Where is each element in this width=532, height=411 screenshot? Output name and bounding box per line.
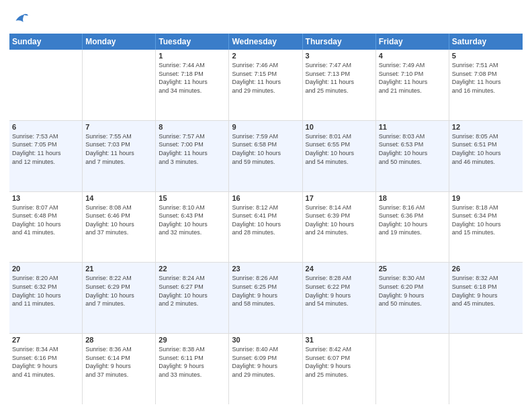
day-info-line-4: and 41 minutes. (12, 371, 79, 379)
day-info-line-3: Daylight: 9 hours (306, 291, 373, 300)
day-info-line-4: and 3 minutes. (159, 158, 226, 167)
calendar-day-15: 15Sunrise: 8:10 AMSunset: 6:43 PMDayligh… (156, 192, 229, 263)
calendar-day-5: 5Sunrise: 7:51 AMSunset: 7:08 PMDaylight… (449, 50, 523, 120)
day-info-line-4: and 41 minutes. (12, 228, 79, 237)
header-day-monday: Monday (83, 34, 156, 50)
day-number: 2 (232, 52, 299, 60)
calendar-container: SundayMondayTuesdayWednesdayThursdayFrid… (0, 0, 532, 411)
day-info-line-3: Daylight: 10 hours (159, 220, 226, 229)
day-info-line-3: Daylight: 10 hours (306, 149, 373, 158)
day-info-line-4: and 37 minutes. (85, 228, 152, 237)
calendar-day-16: 16Sunrise: 8:12 AMSunset: 6:41 PMDayligh… (229, 192, 302, 263)
day-number: 24 (306, 265, 373, 273)
calendar-day-31: 31Sunrise: 8:42 AMSunset: 6:07 PMDayligh… (303, 334, 376, 404)
day-info-line-1: Sunrise: 8:18 AM (452, 203, 520, 212)
day-info-line-2: Sunset: 6:29 PM (85, 283, 152, 291)
day-number: 26 (452, 265, 520, 273)
calendar-day-7: 7Sunrise: 7:55 AMSunset: 7:03 PMDaylight… (83, 121, 156, 191)
logo-bird-icon (11, 9, 30, 28)
calendar-day-19: 19Sunrise: 8:18 AMSunset: 6:34 PMDayligh… (449, 192, 523, 263)
day-number: 15 (159, 194, 226, 202)
day-info-line-1: Sunrise: 8:05 AM (452, 132, 520, 141)
day-info-line-4: and 25 minutes. (306, 371, 373, 379)
day-info-line-3: Daylight: 9 hours (85, 362, 152, 371)
day-info-line-2: Sunset: 6:27 PM (159, 283, 226, 291)
day-info-line-4: and 54 minutes. (306, 300, 373, 308)
header-day-friday: Friday (376, 34, 449, 50)
day-number: 7 (85, 123, 152, 131)
day-number: 11 (379, 123, 446, 131)
day-info-line-3: Daylight: 9 hours (232, 362, 299, 371)
calendar-week-3: 13Sunrise: 8:07 AMSunset: 6:48 PMDayligh… (9, 192, 523, 263)
day-info-line-1: Sunrise: 8:01 AM (306, 132, 373, 141)
day-info-line-3: Daylight: 11 hours (12, 149, 79, 158)
day-info-line-4: and 58 minutes. (232, 300, 299, 308)
day-info-line-3: Daylight: 9 hours (159, 362, 226, 371)
day-info-line-2: Sunset: 6:11 PM (159, 354, 226, 363)
day-info-line-1: Sunrise: 8:24 AM (159, 274, 226, 283)
day-info-line-1: Sunrise: 8:12 AM (232, 203, 299, 212)
calendar-day-13: 13Sunrise: 8:07 AMSunset: 6:48 PMDayligh… (9, 192, 83, 263)
day-info-line-1: Sunrise: 8:36 AM (85, 345, 152, 354)
day-info-line-4: and 25 minutes. (306, 87, 373, 95)
header-day-tuesday: Tuesday (156, 34, 229, 50)
day-info-line-3: Daylight: 10 hours (85, 220, 152, 229)
day-number: 25 (379, 265, 446, 273)
day-info-line-3: Daylight: 11 hours (379, 78, 446, 87)
day-info-line-2: Sunset: 7:10 PM (379, 70, 446, 79)
day-info-line-2: Sunset: 6:46 PM (85, 212, 152, 220)
day-info-line-2: Sunset: 6:43 PM (159, 212, 226, 220)
day-info-line-2: Sunset: 7:03 PM (85, 140, 152, 149)
header-day-saturday: Saturday (449, 34, 523, 50)
day-number: 3 (306, 52, 373, 60)
calendar: SundayMondayTuesdayWednesdayThursdayFrid… (9, 34, 523, 404)
day-number: 13 (12, 194, 79, 202)
day-info-line-2: Sunset: 6:14 PM (85, 354, 152, 363)
day-info-line-4: and 21 minutes. (379, 87, 446, 95)
day-info-line-2: Sunset: 7:18 PM (159, 70, 226, 79)
calendar-day-29: 29Sunrise: 8:38 AMSunset: 6:11 PMDayligh… (156, 334, 229, 404)
day-info-line-1: Sunrise: 7:59 AM (232, 132, 299, 141)
day-info-line-4: and 59 minutes. (232, 158, 299, 167)
day-info-line-2: Sunset: 6:22 PM (306, 283, 373, 291)
calendar-day-8: 8Sunrise: 7:57 AMSunset: 7:00 PMDaylight… (156, 121, 229, 191)
day-info-line-3: Daylight: 10 hours (12, 291, 79, 300)
day-info-line-4: and 32 minutes. (159, 228, 226, 237)
day-info-line-4: and 7 minutes. (85, 300, 152, 308)
calendar-empty-cell (83, 50, 156, 120)
calendar-empty-cell (376, 334, 449, 404)
calendar-week-4: 20Sunrise: 8:20 AMSunset: 6:32 PMDayligh… (9, 263, 523, 334)
day-number: 12 (452, 123, 520, 131)
day-number: 21 (85, 265, 152, 273)
day-number: 22 (159, 265, 226, 273)
calendar-day-25: 25Sunrise: 8:30 AMSunset: 6:20 PMDayligh… (376, 263, 449, 333)
calendar-header: SundayMondayTuesdayWednesdayThursdayFrid… (9, 34, 523, 50)
day-info-line-3: Daylight: 10 hours (379, 220, 446, 229)
calendar-day-2: 2Sunrise: 7:46 AMSunset: 7:15 PMDaylight… (229, 50, 302, 120)
day-info-line-4: and 11 minutes. (12, 300, 79, 308)
day-number: 8 (159, 123, 226, 131)
calendar-week-1: 1Sunrise: 7:44 AMSunset: 7:18 PMDaylight… (9, 50, 523, 121)
day-info-line-3: Daylight: 11 hours (306, 78, 373, 87)
day-info-line-2: Sunset: 7:05 PM (12, 140, 79, 149)
day-info-line-3: Daylight: 9 hours (379, 291, 446, 300)
day-info-line-2: Sunset: 6:55 PM (306, 140, 373, 149)
day-info-line-1: Sunrise: 8:16 AM (379, 203, 446, 212)
day-number: 19 (452, 194, 520, 202)
calendar-day-20: 20Sunrise: 8:20 AMSunset: 6:32 PMDayligh… (9, 263, 83, 333)
day-info-line-3: Daylight: 10 hours (379, 149, 446, 158)
day-info-line-1: Sunrise: 8:30 AM (379, 274, 446, 283)
day-info-line-3: Daylight: 10 hours (232, 220, 299, 229)
day-info-line-4: and 37 minutes. (85, 371, 152, 379)
calendar-day-21: 21Sunrise: 8:22 AMSunset: 6:29 PMDayligh… (83, 263, 156, 333)
day-info-line-3: Daylight: 11 hours (159, 149, 226, 158)
day-info-line-4: and 50 minutes. (379, 300, 446, 308)
calendar-day-14: 14Sunrise: 8:08 AMSunset: 6:46 PMDayligh… (83, 192, 156, 263)
calendar-week-2: 6Sunrise: 7:53 AMSunset: 7:05 PMDaylight… (9, 121, 523, 192)
header-day-sunday: Sunday (9, 34, 83, 50)
day-number: 5 (452, 52, 520, 60)
day-info-line-2: Sunset: 6:34 PM (452, 212, 520, 220)
page-header (9, 7, 523, 28)
day-info-line-4: and 2 minutes. (159, 300, 226, 308)
day-number: 9 (232, 123, 299, 131)
